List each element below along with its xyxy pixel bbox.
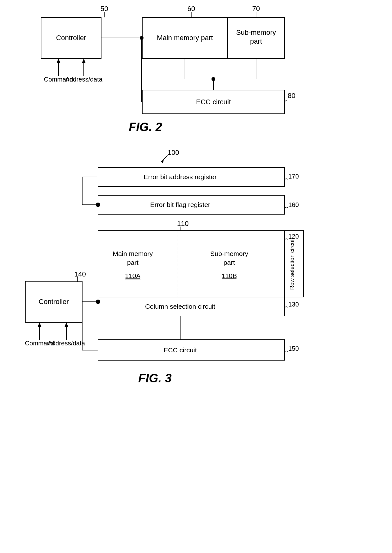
fig3-err-addr-label: Error bit address register — [144, 173, 217, 180]
fig2-cmd-arrow — [57, 58, 60, 63]
fig3-ref100: 100 — [168, 149, 179, 156]
fig3-ref110: 110 — [177, 220, 189, 228]
fig2-ref70: 70 — [252, 5, 260, 13]
fig3-sub-mem-label: Sub-memory — [210, 250, 248, 257]
fig2-ref60: 60 — [187, 5, 195, 13]
fig2-sub-memory-label: Sub-memory — [236, 28, 276, 36]
patent-diagram: 50 60 70 Controller Main memory part Sub… — [0, 0, 392, 553]
fig3-main-mem-label2: part — [127, 259, 138, 266]
fig3-ref130: 130 — [288, 301, 299, 308]
fig3-main-mem-label: Main memory — [113, 250, 153, 257]
fig3-ref150: 150 — [288, 345, 299, 352]
fig2-main-memory-label: Main memory part — [157, 34, 213, 42]
fig3-ref170-tilde — [285, 179, 288, 180]
fig3-ref160: 160 — [288, 201, 299, 208]
fig3-ref130-tilde — [285, 307, 288, 308]
fig2-ref80: 80 — [288, 92, 295, 100]
fig3-err-flag-label: Error bit flag register — [150, 201, 210, 208]
fig2-controller-label: Controller — [56, 34, 86, 42]
fig3-sub-mem-ref: 110B — [221, 272, 237, 279]
fig3-label: FIG. 3 — [138, 372, 172, 385]
fig2-addr-label: Address/data — [65, 76, 103, 83]
fig3-ref170: 170 — [288, 173, 299, 180]
fig3-main-mem-ref: 110A — [125, 272, 140, 279]
fig3-ref140: 140 — [74, 270, 86, 278]
fig3-ref120: 120 — [288, 233, 299, 240]
fig3-ref160-tilde — [285, 207, 288, 208]
fig3-row-sel-label: Row selection circuit — [289, 238, 295, 290]
fig3-cmd-arrow — [38, 322, 41, 327]
fig2-addr-arrow — [82, 58, 86, 63]
fig3-controller-label: Controller — [39, 298, 69, 306]
fig2-ecc-label: ECC circuit — [196, 98, 231, 106]
fig3-ref150-tilde — [285, 351, 288, 352]
fig2-ref50: 50 — [101, 5, 108, 13]
fig3-sub-mem-label2: part — [224, 259, 235, 266]
diagram-container: 50 60 70 Controller Main memory part Sub… — [0, 0, 392, 553]
fig3-ref100-line — [161, 155, 168, 162]
fig3-ref120-tilde — [285, 239, 288, 240]
fig3-addr-arrow — [64, 322, 68, 327]
fig3-col-sel-label: Column selection circuit — [145, 303, 215, 310]
fig3-ecc-label: ECC circuit — [163, 346, 197, 354]
fig2-sub-memory-label2: part — [250, 37, 262, 45]
fig3-memory-outer-box — [98, 231, 285, 297]
fig2-label: FIG. 2 — [129, 120, 162, 134]
fig3-addr-label: Address/data — [48, 340, 85, 347]
